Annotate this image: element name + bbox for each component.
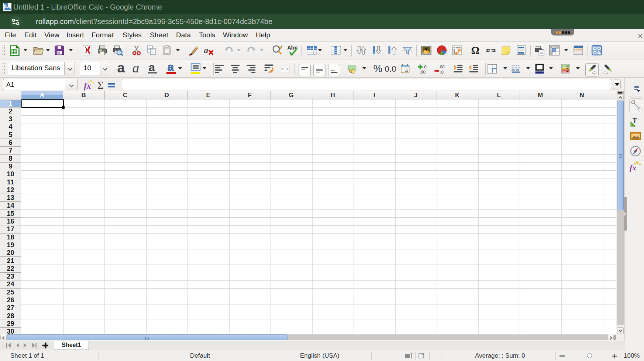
svg-text:T: T: [633, 116, 637, 124]
svg-text:%: %: [373, 63, 382, 74]
svg-text:a: a: [168, 63, 174, 74]
svg-text:a: a: [132, 63, 140, 75]
svg-text:fx: fx: [84, 81, 91, 91]
svg-text:.0: .0: [440, 70, 444, 74]
svg-text:a: a: [204, 45, 208, 55]
svg-text:3: 3: [406, 68, 407, 72]
svg-text:a: a: [149, 63, 155, 74]
svg-text:fx: fx: [630, 163, 636, 172]
svg-text:.00: .00: [439, 65, 445, 69]
svg-text:0.0: 0.0: [385, 64, 396, 74]
svg-text:Ω: Ω: [471, 45, 479, 56]
svg-text:.0: .0: [423, 65, 427, 69]
svg-text:.00: .00: [420, 70, 426, 74]
svg-text:a: a: [117, 63, 125, 75]
svg-text:Σ: Σ: [97, 79, 104, 91]
